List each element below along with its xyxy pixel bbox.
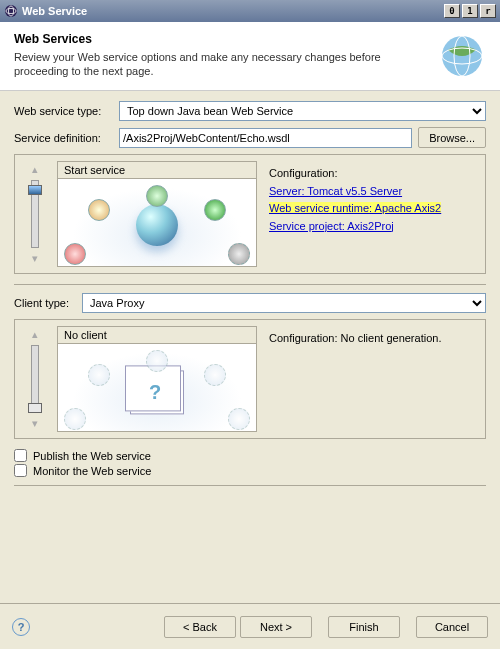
client-level-slider[interactable]: ▴ ▾: [21, 326, 49, 432]
minimize-button[interactable]: 0: [444, 4, 460, 18]
wizard-footer: ? < Back Next > Finish Cancel: [0, 603, 500, 649]
client-config: Configuration: No client generation.: [265, 326, 479, 432]
stage-icon: [228, 408, 250, 430]
publish-label: Publish the Web service: [33, 450, 151, 462]
globe-icon: [136, 204, 178, 246]
page-description: Review your Web service options and make…: [14, 50, 428, 79]
page-title: Web Services: [14, 32, 428, 46]
eclipse-icon: [4, 4, 18, 18]
wizard-banner: Web Services Review your Web service opt…: [0, 22, 500, 91]
runtime-link[interactable]: Web service runtime: Apache Axis2: [269, 202, 441, 214]
client-panel: ▴ ▾ No client Configuration: No client g…: [14, 319, 486, 439]
next-button[interactable]: Next >: [240, 616, 312, 638]
cancel-button[interactable]: Cancel: [416, 616, 488, 638]
back-button[interactable]: < Back: [164, 616, 236, 638]
project-link[interactable]: Service project: Axis2Proj: [269, 220, 394, 232]
service-graphic: Start service: [57, 161, 257, 267]
client-type-select[interactable]: Java Proxy: [82, 293, 486, 313]
stage-icon: [146, 350, 168, 372]
monitor-label: Monitor the Web service: [33, 465, 151, 477]
service-def-label: Service definition:: [14, 132, 119, 144]
service-level-slider[interactable]: ▴ ▾: [21, 161, 49, 267]
config-label: Configuration:: [269, 165, 475, 183]
finish-button[interactable]: Finish: [328, 616, 400, 638]
separator: [14, 485, 486, 486]
server-link[interactable]: Server: Tomcat v5.5 Server: [269, 185, 402, 197]
service-config: Configuration: Server: Tomcat v5.5 Serve…: [265, 161, 479, 267]
client-graphic-title: No client: [58, 327, 256, 344]
service-graphic-title: Start service: [58, 162, 256, 179]
service-def-input[interactable]: [119, 128, 412, 148]
stage-icon: [146, 185, 168, 207]
titlebar: Web Service 0 1 r: [0, 0, 500, 22]
client-type-label: Client type:: [14, 297, 82, 309]
client-graphic: No client: [57, 326, 257, 432]
client-config-text: Configuration: No client generation.: [269, 330, 475, 348]
ws-type-label: Web service type:: [14, 105, 119, 117]
stage-icon: [64, 408, 86, 430]
no-client-icon: [130, 370, 184, 414]
stage-icon: [88, 199, 110, 221]
ws-type-select[interactable]: Top down Java bean Web Service: [119, 101, 486, 121]
play-icon: [204, 199, 226, 221]
monitor-checkbox[interactable]: [14, 464, 27, 477]
service-panel: ▴ ▾ Start service Configuration: Server:…: [14, 154, 486, 274]
webservice-globe-icon: [438, 32, 486, 80]
stage-icon: [88, 364, 110, 386]
window-title: Web Service: [22, 5, 87, 17]
help-icon[interactable]: ?: [12, 618, 30, 636]
stage-icon: [204, 364, 226, 386]
stage-icon: [228, 243, 250, 265]
browse-button[interactable]: Browse...: [418, 127, 486, 148]
maximize-button[interactable]: 1: [462, 4, 478, 18]
stage-icon: [64, 243, 86, 265]
publish-checkbox[interactable]: [14, 449, 27, 462]
svg-point-0: [5, 5, 17, 17]
close-button[interactable]: r: [480, 4, 496, 18]
separator: [14, 284, 486, 285]
